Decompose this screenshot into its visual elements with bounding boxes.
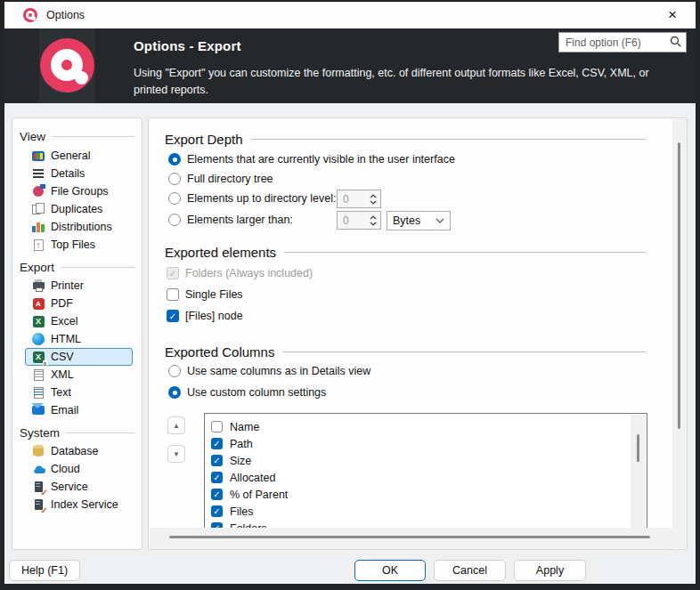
column-row-path[interactable]: ✓ Path — [205, 435, 647, 452]
window-border-left — [0, 0, 4, 590]
sidebar-item-text[interactable]: Text — [25, 384, 133, 401]
checkbox-checked-icon[interactable]: ✓ — [211, 438, 223, 449]
column-label: Files — [230, 505, 253, 518]
column-list-scrollbar[interactable] — [631, 415, 646, 529]
sidebar-item-duplicates[interactable]: Duplicates — [25, 200, 133, 218]
content-vertical-scrollbar[interactable] — [672, 119, 687, 548]
unit-dropdown[interactable]: Bytes — [387, 211, 451, 230]
sidebar-item-label: Duplicates — [51, 203, 102, 215]
sidebar-item-index-service[interactable]: Index Service — [25, 496, 133, 513]
window-border-right — [696, 0, 700, 590]
sidebar-item-file-groups[interactable]: File Groups — [25, 182, 133, 200]
horizontal-scrollbar-thumb[interactable] — [169, 536, 650, 538]
find-option-input[interactable]: Find option (F6) — [558, 32, 687, 53]
sidebar-item-csv[interactable]: CSV — [25, 348, 133, 366]
size-threshold-spinner[interactable]: 0 — [337, 211, 381, 230]
spinner-up-icon[interactable] — [370, 215, 377, 220]
radio-label: Elements that are currently visible in t… — [187, 153, 455, 166]
checkbox-unchecked-icon[interactable] — [167, 288, 179, 301]
spinner-up-icon[interactable] — [370, 194, 377, 198]
window-title: Options — [46, 9, 85, 21]
duplicates-icon — [32, 205, 40, 214]
checkbox-disabled-checked-icon: ✓ — [167, 267, 179, 279]
sidebar-section-export: Export — [20, 257, 134, 277]
column-row-files[interactable]: ✓ Files — [205, 503, 647, 520]
radio-label: Use same columns as in Details view — [187, 365, 370, 377]
radio-icon[interactable] — [168, 214, 181, 226]
sidebar-item-label: XML — [51, 368, 74, 381]
column-list-scrollbar-thumb[interactable] — [637, 434, 639, 462]
column-label: Size — [230, 455, 251, 467]
radio-icon[interactable] — [168, 365, 181, 377]
checkbox-checked-icon[interactable]: ✓ — [211, 472, 223, 483]
checkbox-checked-icon[interactable]: ✓ — [211, 455, 223, 466]
cancel-button[interactable]: Cancel — [434, 560, 506, 581]
pdf-icon — [33, 298, 45, 310]
sidebar-item-cloud[interactable]: Cloud — [25, 460, 133, 478]
radio-selected-icon[interactable] — [168, 386, 181, 399]
close-button[interactable]: × — [655, 2, 690, 28]
vertical-scrollbar-thumb[interactable] — [678, 142, 680, 429]
checkbox-checked-icon[interactable]: ✓ — [211, 505, 223, 517]
sidebar-item-label: HTML — [51, 333, 81, 345]
radio-selected-icon[interactable] — [168, 153, 181, 166]
triangle-up-icon: ▲ — [173, 422, 180, 430]
sidebar-item-top-files[interactable]: Top Files — [25, 236, 133, 254]
spinner-down-icon[interactable] — [370, 200, 377, 205]
sidebar-item-xml[interactable]: XML — [25, 366, 133, 384]
move-column-up-button[interactable]: ▲ — [167, 416, 185, 434]
sidebar-item-excel[interactable]: Excel — [25, 312, 133, 330]
ok-button[interactable]: OK — [354, 560, 426, 581]
section-export-depth: Export Depth — [165, 130, 646, 148]
column-label: Name — [230, 421, 259, 433]
sidebar-item-general[interactable]: General — [25, 147, 133, 165]
sidebar-item-details[interactable]: Details — [25, 165, 133, 182]
checkbox-checked-icon[interactable]: ✓ — [211, 489, 223, 500]
radio-custom-columns[interactable]: Use custom column settings — [168, 383, 326, 402]
search-icon[interactable] — [670, 35, 681, 51]
column-row-size[interactable]: ✓ Size — [205, 452, 647, 469]
checkbox-single-files[interactable]: Single Files — [167, 285, 243, 304]
sidebar-item-distributions[interactable]: Distributions — [25, 218, 133, 236]
radio-elements-larger-than[interactable]: Elements larger than: — [168, 210, 293, 230]
radio-elements-up-to-level[interactable]: Elements up to directory level: — [168, 189, 336, 208]
sidebar-item-service[interactable]: Service — [25, 478, 133, 496]
spinner-value: 0 — [338, 193, 366, 206]
sidebar-section-view: View — [20, 125, 134, 147]
options-content-panel: Export Depth Elements that are currently… — [148, 117, 688, 550]
sidebar-item-email[interactable]: Email — [25, 401, 133, 419]
content-horizontal-scrollbar[interactable] — [150, 528, 672, 549]
service-icon — [35, 481, 43, 492]
sidebar-item-label: Email — [51, 404, 78, 416]
radio-full-directory-tree[interactable]: Full directory tree — [168, 169, 273, 189]
radio-icon[interactable] — [168, 173, 181, 185]
help-button[interactable]: Help (F1) — [9, 560, 80, 581]
radio-icon[interactable] — [168, 192, 181, 205]
radio-same-columns[interactable]: Use same columns as in Details view — [168, 361, 370, 381]
checkbox-label: [Files] node — [185, 310, 243, 322]
text-icon — [34, 387, 44, 399]
sidebar-item-printer[interactable]: Printer — [25, 277, 133, 295]
directory-level-spinner[interactable]: 0 — [337, 190, 381, 208]
sidebar-item-label: Index Service — [51, 498, 118, 511]
spinner-down-icon[interactable] — [370, 222, 377, 226]
column-row-name[interactable]: Name — [205, 418, 647, 435]
section-label: View — [20, 130, 45, 143]
sidebar-item-pdf[interactable]: PDF — [25, 295, 133, 312]
radio-visible-elements[interactable]: Elements that are currently visible in t… — [168, 150, 455, 169]
column-row-percent-of-parent[interactable]: ✓ % of Parent — [205, 486, 647, 503]
title-bar[interactable]: Options × — [4, 2, 696, 28]
top-files-icon — [34, 239, 44, 251]
logo-tile — [39, 28, 95, 103]
apply-button[interactable]: Apply — [514, 560, 586, 581]
sidebar-item-html[interactable]: HTML — [25, 330, 133, 348]
checkbox-unchecked-icon[interactable] — [211, 421, 223, 432]
sidebar-item-database[interactable]: Database — [25, 442, 133, 460]
column-label: % of Parent — [230, 489, 288, 501]
checkbox-checked-icon[interactable]: ✓ — [167, 310, 179, 322]
column-row-allocated[interactable]: ✓ Allocated — [205, 469, 647, 486]
section-label: System — [20, 426, 60, 440]
chevron-down-icon — [435, 218, 444, 223]
checkbox-files-node[interactable]: ✓ [Files] node — [167, 306, 243, 326]
move-column-down-button[interactable]: ▼ — [167, 445, 185, 463]
